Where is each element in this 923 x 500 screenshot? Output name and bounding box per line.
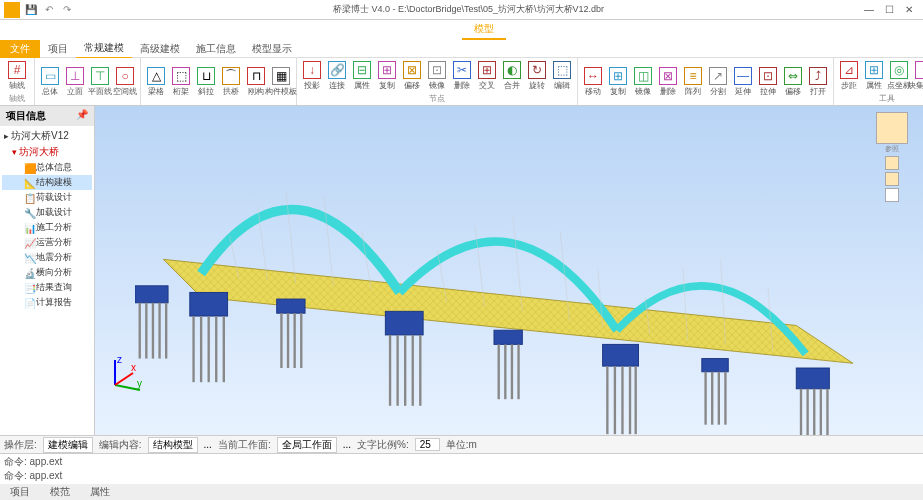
tree-item-3[interactable]: 🔧 加载设计: [2, 205, 92, 220]
rbtn-g4-1[interactable]: ⊞复制: [606, 59, 630, 104]
rbtn-arch[interactable]: ⌒拱桥: [219, 59, 243, 104]
app-icon: [4, 2, 20, 18]
status-bar: 操作层:建模编辑 编辑内容:结构模型... 当前工作面:全局工作面... 文字比…: [0, 435, 923, 453]
rbtn-rigid[interactable]: ⊓刚构: [244, 59, 268, 104]
svg-text:x: x: [131, 362, 136, 373]
save-icon[interactable]: 💾: [24, 3, 38, 17]
ribbon: #轴线 轴线 ▭总体 ⊥立面 ⊤平面线 ○空间线 △梁格 ⬚桁架 ⊔斜拉 ⌒拱桥…: [0, 58, 923, 106]
svg-rect-21: [277, 299, 305, 313]
svg-rect-22: [494, 330, 522, 344]
tree-root[interactable]: ▸ 坊河大桥V12: [2, 128, 92, 144]
btab-project[interactable]: 项目: [0, 484, 40, 500]
rbtn-g4-8[interactable]: ⇔偏移: [781, 59, 805, 104]
rbtn-g4-6[interactable]: —延伸: [731, 59, 755, 104]
rbtn-g4-5[interactable]: ↗分割: [706, 59, 730, 104]
ribbon-tabs: 文件 项目 常规建模 高级建模 施工信息 模型显示: [0, 40, 923, 58]
rbtn-g5-1[interactable]: ⊞属性: [862, 59, 886, 93]
axis-gizmo[interactable]: z y x: [105, 355, 145, 395]
tree-item-6[interactable]: 📉 地震分析: [2, 250, 92, 265]
undo-icon[interactable]: ↶: [42, 3, 56, 17]
tree-item-9[interactable]: 📄 计算报告: [2, 295, 92, 310]
svg-text:z: z: [117, 355, 122, 365]
svg-rect-19: [796, 368, 829, 389]
view-cube[interactable]: 参照: [867, 112, 917, 204]
rbtn-beam[interactable]: △梁格: [144, 59, 168, 104]
title-bar: 💾 ↶ ↷ 桥梁博士 V4.0 - E:\DoctorBridge\Test\0…: [0, 0, 923, 20]
svg-text:y: y: [137, 378, 142, 389]
tab-modeling[interactable]: 常规建模: [76, 39, 132, 59]
quick-access-toolbar: 💾 ↶ ↷: [24, 3, 74, 17]
tab-display[interactable]: 模型显示: [244, 40, 300, 58]
btab-template[interactable]: 模范: [40, 484, 80, 500]
rbtn-elevation[interactable]: ⊥立面: [63, 59, 87, 104]
rbtn-g3-4[interactable]: ⊠偏移: [400, 59, 424, 93]
rbtn-cable[interactable]: ⊔斜拉: [194, 59, 218, 104]
edit-content[interactable]: 结构模型: [148, 437, 198, 453]
rbtn-overall[interactable]: ▭总体: [38, 59, 62, 104]
bottom-tabs: 项目 模范 属性: [0, 484, 923, 500]
svg-rect-16: [190, 292, 228, 316]
svg-line-65: [115, 373, 133, 385]
command-area[interactable]: 命令: app.ext命令: app.ext: [0, 453, 923, 484]
rbtn-g4-3[interactable]: ⊠删除: [656, 59, 680, 104]
rbtn-g3-0[interactable]: ↓投影: [300, 59, 324, 93]
pin-icon[interactable]: 📌: [76, 109, 88, 123]
svg-rect-20: [135, 286, 168, 303]
rbtn-g3-9[interactable]: ↻旋转: [525, 59, 549, 93]
tab-construction[interactable]: 施工信息: [188, 40, 244, 58]
viewport-3d[interactable]: z y x 参照: [95, 106, 923, 435]
tree-item-1[interactable]: 📐 结构建模: [2, 175, 92, 190]
text-scale[interactable]: 25: [415, 438, 440, 451]
rbtn-planline[interactable]: ⊤平面线: [88, 59, 112, 104]
rbtn-g3-1[interactable]: 🔗连接: [325, 59, 349, 93]
project-tree: ▸ 坊河大桥V12 ▾ 坊河大桥 🟧 总体信息📐 结构建模📋 荷载设计🔧 加载设…: [0, 126, 94, 312]
tab-advanced[interactable]: 高级建模: [132, 40, 188, 58]
minimize-button[interactable]: —: [863, 4, 875, 15]
rbtn-g3-10[interactable]: ⬚编辑: [550, 59, 574, 93]
op-layer[interactable]: 建模编辑: [43, 437, 93, 453]
tree-item-5[interactable]: 📈 运营分析: [2, 235, 92, 250]
tab-project[interactable]: 项目: [40, 40, 76, 58]
btab-props[interactable]: 属性: [80, 484, 120, 500]
workplane[interactable]: 全局工作面: [277, 437, 337, 453]
rbtn-g5-3[interactable]: ↕块集属集: [912, 59, 923, 93]
tab-file[interactable]: 文件: [0, 40, 40, 58]
tree-item-0[interactable]: 🟧 总体信息: [2, 160, 92, 175]
rbtn-g4-2[interactable]: ◫镜像: [631, 59, 655, 104]
rbtn-axis[interactable]: #轴线: [3, 59, 31, 93]
tree-item-7[interactable]: 🔬 横向分析: [2, 265, 92, 280]
rbtn-g4-7[interactable]: ⊡拉伸: [756, 59, 780, 104]
rbtn-g4-4[interactable]: ≡阵列: [681, 59, 705, 104]
rbtn-template[interactable]: ▦构件模板: [269, 59, 293, 104]
super-tab-model[interactable]: 模型: [462, 20, 506, 40]
rbtn-spaceline[interactable]: ○空间线: [113, 59, 137, 104]
window-title: 桥梁博士 V4.0 - E:\DoctorBridge\Test\05_坊河大桥…: [74, 3, 863, 16]
rbtn-g3-8[interactable]: ◐合并: [500, 59, 524, 93]
rbtn-g3-2[interactable]: ⊟属性: [350, 59, 374, 93]
rbtn-g4-9[interactable]: ⤴打开: [806, 59, 830, 104]
rbtn-g3-7[interactable]: ⊞交叉: [475, 59, 499, 93]
tree-bridge[interactable]: ▾ 坊河大桥: [2, 144, 92, 160]
redo-icon[interactable]: ↷: [60, 3, 74, 17]
tree-item-8[interactable]: 📑 结果查询: [2, 280, 92, 295]
svg-rect-23: [702, 359, 728, 372]
rbtn-g3-6[interactable]: ✂删除: [450, 59, 474, 93]
svg-line-5: [324, 198, 333, 286]
rbtn-truss[interactable]: ⬚桁架: [169, 59, 193, 104]
maximize-button[interactable]: ☐: [883, 4, 895, 15]
panel-header: 项目信息📌: [0, 106, 94, 126]
rbtn-g3-3[interactable]: ⊞复制: [375, 59, 399, 93]
bridge-model: [135, 146, 853, 435]
rbtn-g5-0[interactable]: ⊿步距: [837, 59, 861, 93]
tree-item-4[interactable]: 📊 施工分析: [2, 220, 92, 235]
tree-item-2[interactable]: 📋 荷载设计: [2, 190, 92, 205]
svg-rect-17: [385, 311, 423, 335]
project-panel: 项目信息📌 ▸ 坊河大桥V12 ▾ 坊河大桥 🟧 总体信息📐 结构建模📋 荷载设…: [0, 106, 95, 435]
rbtn-g4-0[interactable]: ↔移动: [581, 59, 605, 104]
close-button[interactable]: ✕: [903, 4, 915, 15]
svg-rect-18: [603, 344, 639, 366]
rbtn-g3-5[interactable]: ⊡镜像: [425, 59, 449, 93]
